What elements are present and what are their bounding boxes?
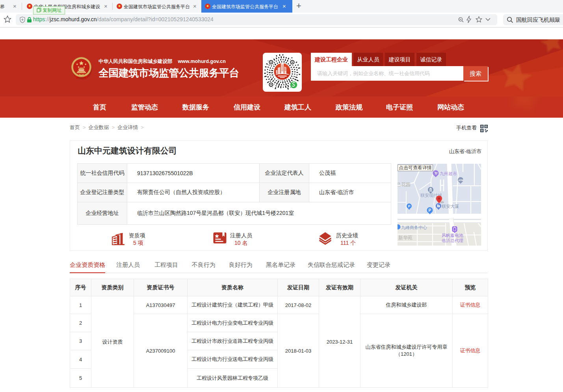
svg-text:P: P [429,208,431,213]
svg-text:风帆蓄电池: 风帆蓄电池 [442,233,463,238]
svg-text:P: P [408,204,411,208]
svg-text:己花园: 己花园 [398,182,411,187]
svg-text:联安大厦: 联安大厦 [442,204,459,209]
svg-text:新华苑: 新华苑 [398,235,412,240]
svg-text:九州超市: 九州超市 [440,171,457,176]
svg-text:临沂总代理: 临沂总代理 [442,238,463,243]
svg-text:九峰商务中心: 九峰商务中心 [401,225,427,230]
svg-text:ATM: ATM [459,179,464,181]
